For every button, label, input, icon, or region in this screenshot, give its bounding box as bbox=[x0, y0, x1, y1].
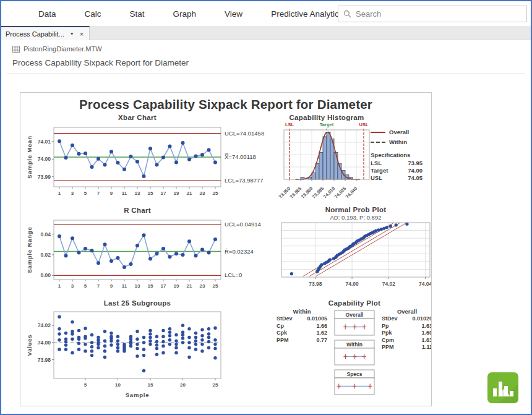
worksheet-icon bbox=[12, 46, 20, 53]
svg-text:21: 21 bbox=[187, 283, 192, 289]
svg-text:74.02: 74.02 bbox=[38, 322, 51, 328]
svg-text:73.995: 73.995 bbox=[311, 186, 325, 200]
histogram-title: Capability Histogram bbox=[289, 114, 364, 121]
svg-text:25: 25 bbox=[213, 190, 218, 196]
svg-text:Values: Values bbox=[26, 335, 33, 356]
within-stats: Within StDev0.01005 Cp1.66 Cpk1.62 PPM0.… bbox=[277, 308, 327, 400]
svg-text:9: 9 bbox=[110, 283, 113, 289]
worksheet-row: PistonRingDiameter.MTW bbox=[12, 45, 531, 53]
tab-strip: Process Capabilit... ▼ × bbox=[1, 26, 531, 40]
svg-text:74.04: 74.04 bbox=[419, 281, 432, 287]
svg-text:17: 17 bbox=[161, 283, 166, 289]
svg-text:73.965: 73.965 bbox=[289, 186, 303, 200]
svg-text:74.00: 74.00 bbox=[345, 281, 359, 287]
svg-text:73.99: 73.99 bbox=[38, 174, 51, 180]
svg-text:Specs: Specs bbox=[346, 371, 362, 377]
svg-text:3: 3 bbox=[71, 283, 74, 289]
histogram-legend: Overall Within Specifications LSL73.95 T… bbox=[371, 113, 431, 205]
search-input[interactable] bbox=[356, 9, 510, 19]
svg-text:15: 15 bbox=[148, 283, 153, 289]
svg-text:17: 17 bbox=[161, 190, 166, 196]
svg-text:0.00: 0.00 bbox=[40, 272, 51, 278]
svg-text:20: 20 bbox=[180, 382, 186, 388]
search-icon bbox=[343, 10, 351, 18]
svg-text:9: 9 bbox=[110, 190, 113, 196]
sigma-footnote: The actual process spread is represented… bbox=[26, 404, 427, 406]
svg-text:74.040: 74.040 bbox=[345, 186, 359, 200]
svg-text:21: 21 bbox=[187, 190, 192, 196]
svg-text:0.02: 0.02 bbox=[40, 252, 51, 258]
svg-text:73.980: 73.980 bbox=[300, 186, 314, 200]
svg-text:Sample Mean: Sample Mean bbox=[26, 135, 33, 179]
svg-text:1: 1 bbox=[58, 283, 61, 289]
svg-text:USL: USL bbox=[359, 122, 369, 127]
capability-interval-plot: OverallWithinSpecs bbox=[333, 308, 375, 400]
svg-text:5: 5 bbox=[84, 382, 87, 388]
probplot-subtitle: AD: 0.193, P: 0.892 bbox=[330, 214, 382, 221]
svg-text:7: 7 bbox=[97, 190, 100, 196]
svg-text:11: 11 bbox=[122, 283, 127, 289]
r-chart[interactable]: R Chart 0.000.020.0413579111315171921232… bbox=[24, 205, 274, 298]
svg-text:Sample: Sample bbox=[126, 391, 150, 398]
spec-row-lsl: LSL73.95 bbox=[371, 160, 423, 167]
svg-text:13: 13 bbox=[135, 283, 140, 289]
svg-text:Within: Within bbox=[346, 341, 363, 348]
menu-item-view[interactable]: View bbox=[225, 9, 242, 19]
svg-text:15: 15 bbox=[148, 382, 153, 388]
last-25-subgroups-chart[interactable]: Last 25 Subgroups 73.9874.0074.025101520… bbox=[24, 298, 274, 402]
menu-item-graph[interactable]: Graph bbox=[173, 9, 197, 19]
svg-text:74.02: 74.02 bbox=[382, 281, 396, 287]
svg-text:UCL=74.01458: UCL=74.01458 bbox=[225, 130, 264, 137]
legend-within-label: Within bbox=[389, 139, 407, 145]
bar-chart-icon bbox=[487, 372, 518, 403]
tab-dropdown-icon[interactable]: ▼ bbox=[70, 32, 74, 36]
tab-close-icon[interactable]: × bbox=[80, 30, 84, 38]
menu-item-stat[interactable]: Stat bbox=[130, 9, 145, 19]
svg-text:73.950: 73.950 bbox=[278, 186, 292, 200]
svg-text:25: 25 bbox=[213, 283, 218, 289]
svg-text:Sample Range: Sample Range bbox=[26, 226, 33, 273]
svg-text:UCL=0.04914: UCL=0.04914 bbox=[225, 221, 261, 228]
within-line-swatch bbox=[371, 142, 385, 143]
svg-text:11: 11 bbox=[122, 190, 127, 196]
spec-row-target: Target74.00 bbox=[371, 167, 423, 174]
report-title: Process Capability Sixpack Report for Di… bbox=[24, 97, 427, 112]
svg-text:10: 10 bbox=[115, 382, 121, 388]
search-box[interactable] bbox=[338, 6, 527, 22]
svg-text:19: 19 bbox=[174, 283, 179, 289]
legend-item-within: Within bbox=[371, 139, 431, 145]
svg-text:74.00: 74.00 bbox=[38, 340, 51, 346]
menu-item-data[interactable]: Data bbox=[38, 9, 56, 19]
subgroups-title: Last 25 Subgroups bbox=[104, 299, 171, 307]
svg-text:74.00: 74.00 bbox=[38, 156, 51, 162]
report-canvas[interactable]: Process Capability Sixpack Report for Di… bbox=[20, 92, 432, 406]
svg-text:5: 5 bbox=[84, 283, 87, 289]
svg-text:74.010: 74.010 bbox=[322, 186, 337, 200]
svg-text:23: 23 bbox=[200, 190, 205, 196]
svg-text:7: 7 bbox=[97, 283, 100, 289]
svg-text:15: 15 bbox=[148, 190, 153, 196]
spec-row-usl: USL74.05 bbox=[371, 174, 423, 182]
normal-prob-plot[interactable]: Normal Prob Plot AD: 0.193, P: 0.892 73.… bbox=[277, 205, 432, 298]
svg-text:Overall: Overall bbox=[346, 312, 364, 318]
worksheet-name[interactable]: PistonRingDiameter.MTW bbox=[24, 45, 102, 53]
svg-text:R̄=0.02324: R̄=0.02324 bbox=[225, 248, 254, 255]
minitab-window: Data Calc Stat Graph View Predictive Ana… bbox=[0, 0, 532, 415]
report-grid: Xbar Chart 73.9974.0074.0113579111315171… bbox=[24, 113, 427, 402]
svg-text:1: 1 bbox=[58, 190, 61, 196]
svg-text:73.98: 73.98 bbox=[38, 357, 51, 363]
svg-text:3: 3 bbox=[71, 190, 74, 196]
svg-text:74.01: 74.01 bbox=[38, 139, 51, 145]
capability-plot-block[interactable]: Capability Plot Within StDev0.01005 Cp1.… bbox=[277, 298, 432, 402]
legend-overall-label: Overall bbox=[389, 129, 409, 135]
tab-process-capability[interactable]: Process Capabilit... ▼ × bbox=[1, 26, 90, 40]
capability-histogram[interactable]: Capability Histogram LSLUSLTarget73.9507… bbox=[277, 113, 371, 205]
xbar-chart[interactable]: Xbar Chart 73.9974.0074.0113579111315171… bbox=[24, 113, 274, 205]
minitab-logo bbox=[487, 372, 518, 406]
svg-text:Target: Target bbox=[320, 122, 334, 127]
svg-text:0.04: 0.04 bbox=[40, 231, 51, 237]
menu-item-calc[interactable]: Calc bbox=[85, 9, 101, 19]
menu-bar: Data Calc Stat Graph View Predictive Ana… bbox=[1, 1, 531, 26]
overall-line-swatch bbox=[371, 132, 385, 133]
svg-text:74.025: 74.025 bbox=[333, 186, 348, 200]
